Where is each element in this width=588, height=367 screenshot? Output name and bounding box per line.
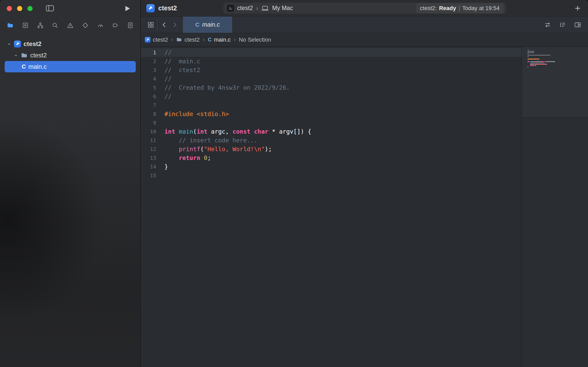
code-line[interactable]: 9 bbox=[141, 118, 522, 127]
minimize-button[interactable] bbox=[17, 6, 22, 11]
close-button[interactable] bbox=[7, 6, 12, 11]
add-editor-button[interactable] bbox=[574, 21, 581, 28]
line-number: 6 bbox=[141, 92, 159, 101]
folder-icon bbox=[176, 37, 182, 43]
line-number: 13 bbox=[141, 154, 159, 162]
grid-squares-icon bbox=[147, 21, 154, 28]
breadcrumb-file[interactable]: C main.c bbox=[208, 36, 231, 43]
adjust-editor-options-button[interactable] bbox=[559, 21, 566, 28]
code-text: // bbox=[159, 92, 522, 101]
minimap-line bbox=[527, 63, 584, 63]
line-number: 1 bbox=[141, 48, 159, 57]
scheme-selector[interactable]: ctest2 › My Mac bbox=[227, 5, 293, 12]
code-text bbox=[159, 171, 522, 180]
run-button[interactable] bbox=[124, 5, 131, 12]
scheme-target-label: ctest2 bbox=[237, 5, 253, 12]
c-file-icon: C bbox=[208, 37, 212, 43]
tree-item-group[interactable]: ctest2 bbox=[5, 50, 136, 61]
code-line[interactable]: 5// Created by 4nsw3r on 2022/9/26. bbox=[141, 83, 522, 92]
warning-triangle-icon bbox=[67, 22, 74, 29]
code-text: int main(int argc, const char * argv[]) … bbox=[159, 127, 522, 136]
breadcrumb-label: main.c bbox=[214, 36, 231, 43]
code-line[interactable]: 8#include <stdio.h> bbox=[141, 110, 522, 118]
code-line[interactable]: 12 printf("Hello, World!\n"); bbox=[141, 145, 522, 154]
code-line[interactable]: 11 // insert code here... bbox=[141, 136, 522, 145]
minimap-line bbox=[527, 57, 584, 58]
tree-item-label: main.c bbox=[28, 63, 47, 70]
code-line[interactable]: 10int main(int argc, const char * argv[]… bbox=[141, 127, 522, 136]
source-editor[interactable]: 1//2// main.c3// ctest24//5// Created by… bbox=[141, 47, 522, 367]
minimap[interactable] bbox=[522, 47, 588, 367]
xcode-project-icon bbox=[145, 37, 150, 43]
divider bbox=[157, 20, 158, 30]
xcode-project-icon bbox=[14, 41, 21, 48]
build-status: ctest2: Ready | Today at 19:54 bbox=[416, 3, 504, 13]
window-title: ctest2 bbox=[158, 4, 177, 12]
tree-item-main-c[interactable]: C main.c bbox=[5, 61, 136, 72]
laptop-icon bbox=[261, 5, 269, 11]
navigator-tab-project[interactable] bbox=[7, 22, 14, 29]
code-line[interactable]: 13 return 0; bbox=[141, 154, 522, 162]
line-number: 10 bbox=[141, 127, 159, 136]
disclosure-chevron-icon[interactable] bbox=[6, 42, 12, 46]
breadcrumb-selection[interactable]: No Selection bbox=[239, 36, 271, 43]
navigator-tab-reports[interactable] bbox=[127, 22, 134, 29]
code-line[interactable]: 7 bbox=[141, 101, 522, 110]
editor-content: 1//2// main.c3// ctest24//5// Created by… bbox=[141, 47, 588, 367]
code-text: // Created by 4nsw3r on 2022/9/26. bbox=[159, 83, 522, 92]
forward-button[interactable] bbox=[171, 21, 178, 28]
line-number: 9 bbox=[141, 118, 159, 127]
breadcrumb-group[interactable]: ctest2 bbox=[176, 36, 200, 43]
toggle-sidebar-button[interactable] bbox=[46, 5, 54, 12]
chevron-right-icon: › bbox=[203, 36, 205, 43]
navigator-tab-find[interactable] bbox=[52, 22, 58, 29]
line-number: 5 bbox=[141, 83, 159, 92]
code-line[interactable]: 3// ctest2 bbox=[141, 66, 522, 74]
code-text: // bbox=[159, 74, 522, 83]
breadcrumb-label: ctest2 bbox=[153, 36, 168, 43]
window-controls bbox=[7, 6, 33, 11]
zoom-button[interactable] bbox=[27, 6, 33, 11]
line-number: 15 bbox=[141, 171, 159, 180]
chevron-right-icon: › bbox=[256, 5, 258, 12]
c-file-icon: C bbox=[22, 63, 26, 70]
navigator-tab-issues[interactable] bbox=[67, 22, 74, 29]
back-button[interactable] bbox=[161, 21, 168, 28]
code-line[interactable]: 6// bbox=[141, 92, 522, 101]
gauge-icon bbox=[97, 22, 104, 29]
code-text bbox=[159, 118, 522, 127]
status-state-label: Ready bbox=[439, 5, 456, 12]
new-tab-button[interactable] bbox=[574, 5, 581, 12]
line-number: 2 bbox=[141, 57, 159, 66]
folder-icon bbox=[21, 52, 28, 59]
tree-item-project[interactable]: ctest2 bbox=[5, 38, 136, 50]
minimap-line bbox=[527, 53, 584, 54]
tab-label: main.c bbox=[202, 21, 220, 28]
minimap-line bbox=[527, 64, 584, 65]
search-icon bbox=[52, 22, 58, 29]
line-number: 4 bbox=[141, 74, 159, 83]
minimap-line bbox=[527, 56, 584, 57]
breadcrumb-project[interactable]: ctest2 bbox=[145, 36, 168, 43]
navigator-tab-breakpoints[interactable] bbox=[112, 22, 119, 29]
navigator-sidebar: ctest2 ctest2 C main.c bbox=[0, 0, 141, 367]
disclosure-chevron-icon[interactable] bbox=[12, 53, 19, 58]
navigator-tab-source-control[interactable] bbox=[22, 22, 29, 29]
code-line[interactable]: 14} bbox=[141, 162, 522, 171]
code-line[interactable]: 2// main.c bbox=[141, 57, 522, 66]
navigator-tab-symbols[interactable] bbox=[37, 22, 44, 29]
line-number: 14 bbox=[141, 162, 159, 171]
code-text: // ctest2 bbox=[159, 66, 522, 74]
code-line[interactable]: 1// bbox=[141, 48, 522, 57]
code-line[interactable]: 4// bbox=[141, 74, 522, 83]
toolbar: ctest2 ctest2 › My Mac ctest2: Ready bbox=[141, 0, 588, 17]
swap-arrows-icon bbox=[544, 21, 551, 28]
minimap-line bbox=[527, 50, 584, 50]
tab-overview-button[interactable] bbox=[147, 21, 154, 28]
code-review-button[interactable] bbox=[544, 21, 551, 28]
minimap-line bbox=[527, 66, 584, 67]
navigator-tab-tests[interactable] bbox=[82, 22, 89, 29]
navigator-tab-debug[interactable] bbox=[97, 22, 104, 29]
code-line[interactable]: 15 bbox=[141, 171, 522, 180]
tab-main-c[interactable]: C main.c bbox=[183, 17, 232, 33]
